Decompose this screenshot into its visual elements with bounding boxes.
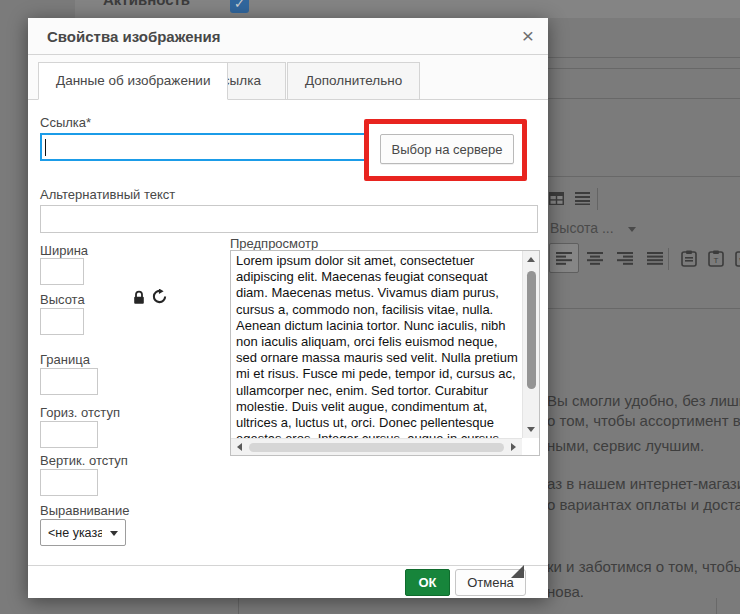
background-divider [238, 598, 239, 614]
height-input[interactable] [40, 308, 84, 335]
height-dropdown-label: Высота ... [550, 220, 614, 236]
image-properties-dialog: Свойства изображения × Данные об изображ… [28, 18, 548, 598]
background-divider [548, 57, 740, 58]
lock-ratio-icon[interactable] [132, 290, 148, 306]
reset-size-icon[interactable] [152, 289, 168, 305]
background-text-line: Вы смогли удобно, без лишних з [547, 392, 740, 409]
dialog-header: Свойства изображения × [28, 18, 548, 55]
toolbar-separator [668, 248, 669, 270]
url-input[interactable] [40, 133, 368, 161]
alt-text-label: Альтернативный текст [40, 187, 175, 202]
background-divider [548, 176, 740, 177]
preview-label: Предпросмотр [230, 236, 318, 251]
url-label: Ссылка* [40, 115, 91, 130]
alignment-label: Выравнивание [40, 503, 129, 518]
border-label: Граница [40, 352, 90, 367]
background-text-line: о вариантах оплаты и доставки В [547, 496, 740, 513]
vertical-scrollbar[interactable] [522, 251, 539, 438]
svg-text:T: T [714, 256, 719, 265]
select-arrow-icon [110, 531, 118, 536]
dialog-title: Свойства изображения [47, 28, 221, 45]
toolbar-separator [597, 188, 598, 210]
horizontal-scrollbar[interactable] [231, 438, 522, 455]
tab-image-info[interactable]: Данные об изображении [38, 62, 228, 100]
chevron-down-icon [628, 227, 636, 232]
paste-icon[interactable] [681, 250, 697, 267]
scroll-right-icon[interactable] [511, 443, 516, 451]
horizontal-scroll-thumb[interactable] [249, 443, 504, 452]
alignment-select-value: <не указан [48, 526, 102, 540]
align-left-icon[interactable] [556, 252, 572, 265]
background-text-line: аз в нашем интернет-магазине. [547, 475, 740, 492]
text-caret [45, 139, 46, 156]
vertical-scroll-thumb[interactable] [527, 271, 536, 389]
preview-text: Lorem ipsum dolor sit amet, consectetuer… [231, 251, 522, 438]
background-text-line: ки и заботимся о том, чтобы инт [547, 558, 740, 575]
align-right-icon[interactable] [617, 252, 633, 265]
background-form-panel: Активность ✓ [75, 0, 740, 18]
tab-advanced[interactable]: Дополнительно [287, 62, 420, 100]
align-justify-icon[interactable] [647, 252, 663, 265]
background-divider [716, 598, 717, 614]
vspace-input[interactable] [40, 469, 98, 496]
vspace-label: Вертик. отступ [40, 453, 128, 468]
ok-button[interactable]: ОК [405, 569, 450, 596]
background-text-line: о том, чтобы ассортимент в наш [547, 412, 740, 429]
close-icon[interactable]: × [522, 24, 534, 48]
horizontal-rule-icon[interactable] [575, 192, 590, 205]
hspace-input[interactable] [40, 421, 98, 448]
alignment-select[interactable]: <не указан [40, 519, 126, 546]
footer-divider [28, 565, 548, 566]
activity-checkbox[interactable]: ✓ [230, 0, 249, 13]
height-label: Высота [40, 292, 85, 307]
background-text-line: ными, сервис лучшим. [547, 437, 704, 454]
align-center-icon[interactable] [587, 252, 603, 265]
hspace-label: Гориз. отступ [40, 405, 120, 420]
background-divider [548, 308, 740, 309]
dialog-tab-strip: Данные об изображении Ссылка Дополнитель… [28, 55, 548, 100]
preview-box: Lorem ipsum dolor sit amet, consectetuer… [230, 250, 540, 456]
background-divider [548, 98, 740, 99]
browse-server-button[interactable]: Выбор на сервере [380, 134, 514, 164]
height-dropdown[interactable]: Высота ... [550, 220, 636, 236]
scroll-left-icon[interactable] [237, 443, 242, 451]
alt-text-input[interactable] [40, 205, 538, 233]
scroll-down-icon[interactable] [527, 427, 535, 432]
border-input[interactable] [40, 368, 98, 395]
table-icon[interactable] [549, 192, 564, 205]
width-label: Ширина [40, 243, 88, 258]
background-divider [548, 68, 740, 69]
activity-label: Активность [103, 0, 190, 8]
paste-text-icon[interactable]: T [708, 250, 724, 267]
background-text-line: нова. [547, 583, 584, 600]
checkmark-icon: ✓ [234, 0, 245, 11]
scroll-up-icon[interactable] [527, 257, 535, 262]
width-input[interactable] [40, 258, 84, 285]
dialog-resize-grip[interactable] [511, 565, 524, 578]
paste-word-icon[interactable]: W [735, 250, 740, 267]
